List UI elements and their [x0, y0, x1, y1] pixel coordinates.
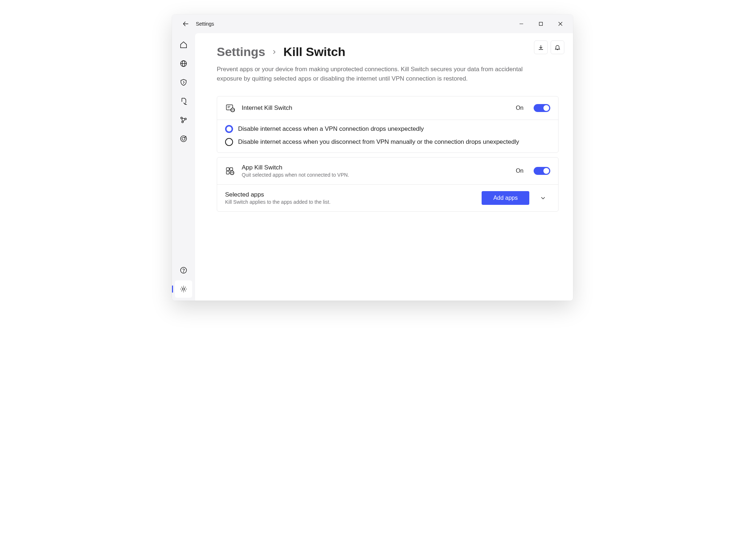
radio-label: Disable internet access when a VPN conne…: [238, 125, 424, 133]
selected-apps-title: Selected apps: [225, 191, 475, 198]
svg-rect-17: [227, 168, 229, 171]
radio-label: Disable internet access when you disconn…: [238, 138, 519, 146]
radio-icon: [225, 138, 233, 146]
app-kill-switch-state: On: [516, 168, 524, 174]
svg-point-11: [183, 272, 184, 272]
close-icon: [558, 22, 563, 26]
arrow-left-icon: [183, 21, 189, 27]
internet-kill-switch-title: Internet Kill Switch: [242, 104, 509, 112]
bell-icon: [554, 44, 561, 51]
breadcrumb: Settings Kill Switch: [217, 45, 559, 59]
svg-rect-18: [230, 168, 233, 171]
internet-kill-switch-card: Internet Kill Switch On Disable internet…: [217, 96, 559, 153]
globe-icon: [180, 60, 188, 68]
svg-rect-1: [539, 22, 543, 26]
app-kill-switch-subtitle: Quit selected apps when not connected to…: [242, 172, 509, 178]
internet-kill-switch-icon: [225, 103, 235, 113]
minimize-icon: [519, 22, 524, 26]
body: Settings Kill Switch Prevent apps or you…: [172, 33, 573, 301]
close-button[interactable]: [551, 17, 570, 30]
app-kill-switch-icon: [225, 166, 235, 176]
svg-point-5: [181, 117, 182, 119]
app-window: Settings: [172, 14, 573, 301]
gear-icon: [180, 285, 188, 293]
sidebar-item-meshnet[interactable]: [175, 111, 192, 129]
home-icon: [180, 41, 188, 49]
window-controls: [512, 17, 570, 30]
sidebar-item-help[interactable]: [175, 262, 192, 279]
sidebar-item-file-share[interactable]: [175, 92, 192, 110]
maximize-button[interactable]: [531, 17, 551, 30]
expand-selected-apps[interactable]: [536, 195, 550, 201]
sidebar-item-statistics[interactable]: [175, 130, 192, 147]
app-kill-switch-title: App Kill Switch: [242, 164, 509, 171]
selected-apps-row: Selected apps Kill Switch applies to the…: [217, 184, 558, 211]
shield-icon: [180, 78, 188, 86]
back-button[interactable]: [179, 17, 192, 30]
chevron-down-icon: [540, 195, 546, 201]
internet-kill-switch-options: Disable internet access when a VPN conne…: [217, 120, 558, 152]
help-icon: [180, 266, 188, 274]
internet-kill-switch-row: Internet Kill Switch On: [217, 96, 558, 120]
titlebar: Settings: [172, 14, 573, 33]
maximize-icon: [539, 22, 543, 26]
content-area: Settings Kill Switch Prevent apps or you…: [195, 33, 573, 301]
radio-option-manual-or-drop[interactable]: Disable internet access when you disconn…: [225, 138, 550, 146]
window-title: Settings: [196, 21, 214, 27]
breadcrumb-current: Kill Switch: [283, 45, 345, 59]
app-kill-switch-card: App Kill Switch Quit selected apps when …: [217, 157, 559, 212]
breadcrumb-parent[interactable]: Settings: [217, 45, 265, 59]
page-description: Prevent apps or your device from making …: [217, 65, 527, 83]
app-kill-switch-toggle[interactable]: [534, 167, 550, 175]
app-kill-switch-row: App Kill Switch Quit selected apps when …: [217, 158, 558, 184]
mesh-icon: [180, 116, 188, 124]
svg-point-12: [182, 288, 185, 290]
sidebar-item-settings[interactable]: [175, 280, 192, 298]
sidebar-item-threat-protection[interactable]: [175, 74, 192, 91]
internet-kill-switch-toggle[interactable]: [534, 104, 550, 112]
chevron-right-icon: [272, 49, 277, 55]
sidebar-item-globe[interactable]: [175, 55, 192, 72]
radio-option-drop-unexpectedly[interactable]: Disable internet access when a VPN conne…: [225, 125, 550, 133]
selected-apps-subtitle: Kill Switch applies to the apps added to…: [225, 199, 475, 205]
notifications-button[interactable]: [551, 40, 564, 54]
top-actions: [534, 40, 564, 54]
add-apps-button[interactable]: Add apps: [482, 191, 529, 205]
internet-kill-switch-state: On: [516, 105, 524, 111]
sidebar-item-home[interactable]: [175, 36, 192, 53]
minimize-button[interactable]: [512, 17, 531, 30]
svg-rect-19: [227, 171, 229, 174]
download-button[interactable]: [534, 40, 548, 54]
radio-icon: [225, 125, 233, 133]
sidebar: [172, 33, 195, 301]
file-share-icon: [180, 97, 188, 105]
target-icon: [180, 135, 188, 143]
download-icon: [538, 44, 544, 51]
